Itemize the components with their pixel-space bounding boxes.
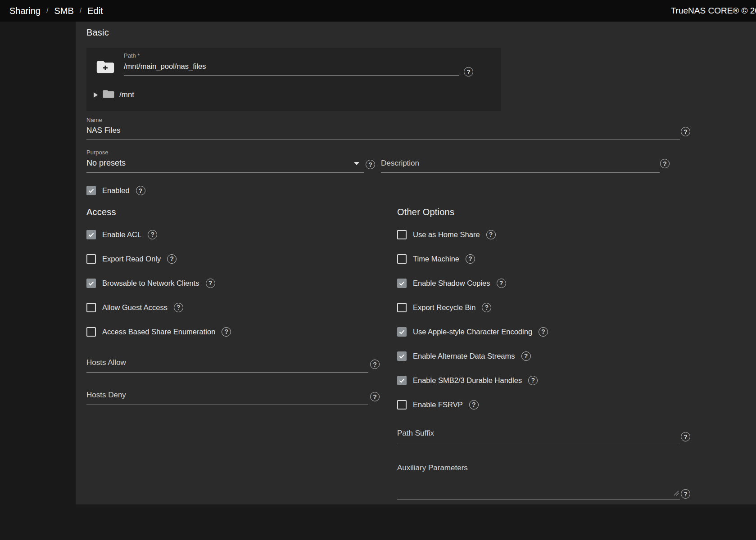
checkbox-label: Allow Guest Access	[102, 303, 167, 312]
checkbox-label: Export Read Only	[102, 255, 161, 263]
checkbox-row[interactable]: Use Apple-style Character Encoding?	[397, 327, 548, 337]
enabled-row[interactable]: Enabled ?	[86, 186, 145, 195]
checkbox-row[interactable]: Allow Guest Access?	[86, 302, 231, 312]
help-icon[interactable]: ?	[521, 351, 531, 361]
checkbox-row[interactable]: Enable ACL?	[86, 230, 231, 239]
checkbox-label: Enable SMB2/3 Durable Handles	[413, 376, 522, 385]
name-field[interactable]: Name NAS Files	[86, 117, 680, 140]
name-label: Name	[86, 117, 680, 123]
help-icon[interactable]: ?	[370, 392, 380, 401]
help-icon[interactable]: ?	[222, 327, 231, 337]
help-icon[interactable]: ?	[370, 360, 380, 369]
checkbox-row[interactable]: Export Recycle Bin?	[397, 302, 548, 312]
breadcrumb: Sharing / SMB / Edit	[9, 0, 103, 22]
help-icon[interactable]: ?	[469, 400, 479, 410]
checkbox-label: Export Recycle Bin	[413, 303, 475, 312]
checkbox-row[interactable]: Enable Alternate Data Streams?	[397, 351, 548, 361]
path-value: /mnt/main_pool/nas_files	[124, 62, 459, 71]
smb-edit-page: Sharing / SMB / Edit TrueNAS CORE® © 20 …	[0, 0, 756, 540]
aux-params-label: Auxiliary Parameters	[397, 464, 468, 472]
checkbox[interactable]	[397, 400, 407, 410]
checkbox-label: Use as Home Share	[413, 230, 480, 239]
checkbox-row[interactable]: Access Based Share Enumeration?	[86, 327, 231, 337]
checkbox[interactable]	[397, 279, 407, 288]
purpose-label: Purpose	[86, 149, 364, 156]
name-value: NAS Files	[86, 126, 680, 135]
help-icon[interactable]: ?	[148, 230, 157, 239]
path-label: Path *	[124, 52, 459, 59]
checkbox[interactable]	[397, 376, 407, 385]
breadcrumb-separator: /	[46, 7, 48, 15]
checkbox-row[interactable]: Enable SMB2/3 Durable Handles?	[397, 375, 548, 385]
checkbox[interactable]	[397, 230, 407, 239]
checkbox[interactable]	[397, 303, 407, 312]
aux-params-textarea[interactable]	[397, 477, 680, 500]
hosts-allow-field[interactable]: Hosts Allow	[86, 358, 368, 373]
help-icon[interactable]: ?	[464, 67, 473, 76]
help-icon[interactable]: ?	[482, 303, 491, 312]
help-icon[interactable]: ?	[366, 160, 375, 169]
purpose-select[interactable]: Purpose No presets	[86, 149, 364, 173]
expander-icon[interactable]	[94, 92, 98, 98]
description-placeholder: Description	[381, 159, 660, 168]
section-title-access: Access	[86, 207, 116, 217]
tree-node-label: /mnt	[119, 90, 134, 99]
enabled-checkbox[interactable]	[86, 186, 96, 195]
breadcrumb-smb[interactable]: SMB	[54, 6, 73, 16]
checkbox-row[interactable]: Export Read Only?	[86, 254, 231, 264]
checkbox[interactable]	[397, 254, 407, 264]
help-icon[interactable]: ?	[206, 279, 215, 288]
breadcrumb-sharing[interactable]: Sharing	[9, 6, 41, 16]
help-icon[interactable]: ?	[136, 186, 145, 195]
purpose-value: No presets	[86, 158, 364, 168]
help-icon[interactable]: ?	[486, 230, 496, 239]
folder-icon	[103, 89, 114, 101]
help-icon[interactable]: ?	[466, 254, 475, 264]
access-checkbox-list: Enable ACL?Export Read Only?Browsable to…	[86, 230, 231, 351]
checkbox-row[interactable]: Enable FSRVP?	[397, 400, 548, 410]
checkbox[interactable]	[86, 279, 96, 288]
breadcrumb-separator: /	[80, 7, 81, 15]
checkbox[interactable]	[397, 351, 407, 361]
checkbox[interactable]	[86, 230, 96, 239]
help-icon[interactable]: ?	[681, 432, 690, 441]
resize-handle-icon[interactable]	[674, 490, 679, 498]
add-folder-icon	[96, 59, 114, 76]
help-icon[interactable]: ?	[174, 303, 183, 312]
help-icon[interactable]: ?	[660, 159, 670, 168]
description-field[interactable]: Description	[381, 149, 660, 173]
checkbox-label: Time Machine	[413, 255, 459, 263]
help-icon[interactable]: ?	[497, 279, 506, 288]
path-suffix-field[interactable]: Path Suffix	[397, 429, 680, 443]
checkbox[interactable]	[86, 254, 96, 264]
brand-text: TrueNAS CORE® © 20	[671, 0, 756, 22]
tree-node-mnt[interactable]: /mnt	[94, 89, 134, 101]
hosts-deny-label: Hosts Deny	[86, 391, 368, 400]
checkbox-label: Enable ACL	[102, 230, 141, 239]
checkbox-label: Enable FSRVP	[413, 400, 463, 409]
path-suffix-label: Path Suffix	[397, 429, 680, 438]
help-icon[interactable]: ?	[167, 254, 177, 264]
help-icon[interactable]: ?	[539, 327, 548, 337]
checkbox-row[interactable]: Enable Shadow Copies?	[397, 278, 548, 288]
checkbox[interactable]	[86, 327, 96, 337]
help-icon[interactable]: ?	[681, 489, 690, 499]
checkbox[interactable]	[397, 327, 407, 337]
section-title-other-options: Other Options	[397, 207, 454, 217]
hosts-allow-label: Hosts Allow	[86, 358, 368, 367]
help-icon[interactable]: ?	[681, 127, 690, 136]
checkbox-row[interactable]: Time Machine?	[397, 254, 548, 264]
other-options-checkbox-list: Use as Home Share?Time Machine?Enable Sh…	[397, 230, 548, 424]
checkbox-row[interactable]: Browsable to Network Clients?	[86, 278, 231, 288]
checkbox-row[interactable]: Use as Home Share?	[397, 230, 548, 239]
path-field[interactable]: Path * /mnt/main_pool/nas_files	[124, 52, 459, 76]
checkbox-label: Enable Shadow Copies	[413, 279, 490, 288]
enabled-label: Enabled	[102, 186, 130, 195]
checkbox[interactable]	[86, 303, 96, 312]
checkbox-label: Browsable to Network Clients	[102, 279, 199, 288]
path-panel: Path * /mnt/main_pool/nas_files ? /mnt	[86, 48, 501, 111]
breadcrumb-edit: Edit	[87, 6, 103, 16]
hosts-deny-field[interactable]: Hosts Deny	[86, 391, 368, 405]
help-icon[interactable]: ?	[528, 376, 538, 385]
smb-form-card: Basic Path * /mnt/main_pool/nas_files ?	[76, 22, 756, 504]
